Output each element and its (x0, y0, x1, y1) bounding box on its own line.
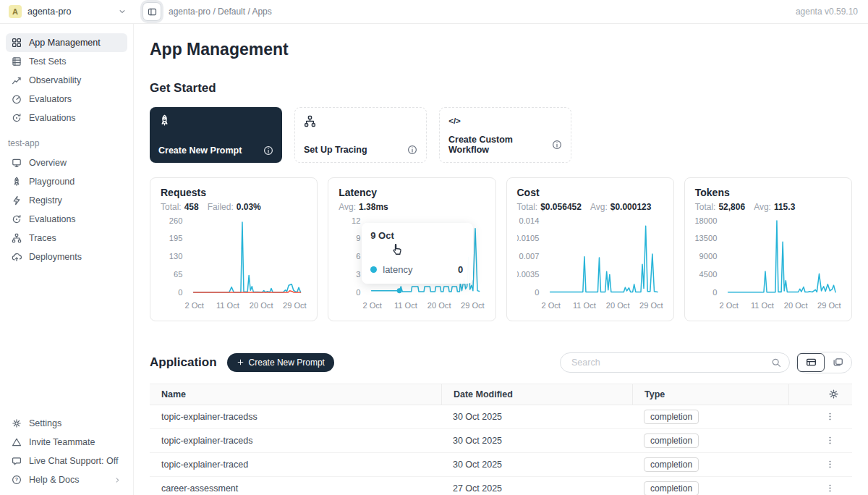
get-started-title: Get Started (150, 81, 852, 96)
row-menu-button[interactable] (788, 412, 852, 421)
sidebar-item-evaluations[interactable]: Evaluations (6, 210, 127, 229)
table-view-button[interactable] (797, 353, 825, 372)
sidebar-item-help-docs[interactable]: ?Help & Docs (6, 470, 127, 489)
card-view-button[interactable] (825, 353, 851, 372)
sidebar-item-observability[interactable]: Observability (6, 71, 127, 90)
sidebar-item-label: Deployments (29, 252, 82, 262)
sidebar-item-label: Overview (29, 158, 67, 168)
table-row[interactable]: topic-explainer-traceds30 Oct 2025comple… (150, 429, 852, 453)
workspace-avatar: A (9, 5, 22, 18)
table-row[interactable]: career-assessment27 Oct 2025completion (150, 477, 852, 495)
workspace-selector[interactable]: A agenta-pro (0, 5, 134, 18)
sidebar-item-traces[interactable]: Traces (6, 229, 127, 248)
chart-tokens[interactable]: 18000135009000450002 Oct11 Oct20 Oct29 O… (695, 215, 841, 318)
type-badge: completion (644, 481, 699, 495)
svg-text:260: 260 (169, 216, 183, 225)
cell-date-modified: 27 Oct 2025 (441, 483, 632, 494)
stats-row: RequestsTotal:458Failed:0.03%26019513065… (150, 177, 852, 321)
svg-text:2 Oct: 2 Oct (363, 301, 383, 310)
svg-text:20 Oct: 20 Oct (427, 301, 451, 310)
tooltip-value: 0 (458, 264, 464, 275)
stat-card-title: Requests (161, 187, 307, 198)
svg-text:9: 9 (356, 234, 360, 242)
sidebar-item-overview[interactable]: Overview (6, 153, 127, 172)
apps-table: NameDate ModifiedType topic-explainer-tr… (150, 384, 852, 495)
svg-text:0.0035: 0.0035 (517, 270, 539, 279)
refresh-icon (12, 113, 22, 123)
search-box[interactable] (560, 352, 790, 373)
svg-text:11 Oct: 11 Oct (216, 301, 239, 310)
create-new-prompt-button[interactable]: Create New Prompt (227, 353, 334, 372)
sidebar-section-label: test-app (8, 138, 127, 148)
sidebar-item-app-management[interactable]: App Management (6, 33, 127, 52)
sidebar-item-evaluators[interactable]: Evaluators (6, 90, 127, 109)
stat-card-stats: Avg:1.38ms (339, 202, 485, 212)
card-view-icon (833, 357, 843, 368)
stat-pair: Total:458 (161, 202, 199, 212)
sidebar-item-deployments[interactable]: Deployments (6, 248, 127, 266)
stat-pair: Failed:0.03% (208, 202, 261, 212)
cell-type: completion (632, 410, 788, 424)
stat-card-stats: Total:52,806Avg:115.3 (695, 202, 841, 212)
table-row[interactable]: topic-explainer-tracedss30 Oct 2025compl… (150, 405, 852, 429)
cell-type: completion (632, 481, 788, 495)
type-badge: completion (644, 457, 699, 472)
chart-icon (12, 75, 22, 85)
search-input[interactable] (570, 357, 771, 368)
gauge-icon (12, 94, 22, 104)
svg-text:0: 0 (712, 288, 717, 297)
sidebar-item-test-sets[interactable]: Test Sets (6, 52, 127, 71)
refresh-icon (12, 214, 22, 224)
sidebar-item-live-chat-support-off[interactable]: Live Chat Support: Off (6, 452, 127, 470)
get-started-card-create-new-prompt[interactable]: Create New Prompt (150, 107, 282, 163)
svg-text:0.007: 0.007 (519, 252, 539, 261)
cell-name: topic-explainer-traceds (150, 436, 441, 446)
workspace-name: agenta-pro (27, 7, 71, 17)
chart-requests[interactable]: 2601951306502 Oct11 Oct20 Oct29 Oct (161, 215, 307, 318)
top-header: A agenta-pro agenta-pro / Default / Apps… (0, 0, 868, 24)
sidebar-toggle-button[interactable] (142, 2, 161, 21)
tooltip-series-name: latency (383, 264, 412, 275)
cell-name: career-assessment (150, 483, 441, 494)
sidebar-item-playground[interactable]: Playground (6, 172, 127, 191)
stat-card-title: Tokens (695, 187, 841, 198)
svg-text:195: 195 (169, 234, 183, 242)
dots-vertical-icon (825, 460, 835, 469)
svg-text:20 Oct: 20 Oct (605, 301, 629, 310)
sidebar-item-invite-teammate[interactable]: Invite Teammate (6, 433, 127, 452)
sidebar-item-evaluations[interactable]: Evaluations (6, 109, 127, 127)
row-menu-button[interactable] (788, 483, 852, 493)
row-menu-button[interactable] (788, 436, 852, 445)
cell-date-modified: 30 Oct 2025 (441, 412, 632, 422)
row-menu-button[interactable] (788, 460, 852, 469)
svg-text:9000: 9000 (699, 252, 717, 261)
svg-text:4500: 4500 (699, 270, 717, 279)
svg-text:2 Oct: 2 Oct (719, 301, 739, 310)
bolt-icon (12, 195, 22, 206)
grid-icon (12, 38, 22, 48)
sidebar-item-label: Invite Teammate (29, 437, 95, 447)
table-body: topic-explainer-tracedss30 Oct 2025compl… (150, 405, 852, 495)
page-layout: App ManagementTest SetsObservabilityEval… (0, 24, 868, 495)
svg-text:29 Oct: 29 Oct (461, 301, 485, 310)
stat-pair: Avg:115.3 (754, 202, 795, 212)
tooltip-date: 9 Oct (370, 230, 464, 241)
table-settings-button[interactable] (788, 384, 852, 405)
stat-card-tokens: TokensTotal:52,806Avg:115.31800013500900… (684, 177, 852, 321)
get-started-card-create-custom-workflow[interactable]: </>Create Custom Workflow (439, 107, 571, 163)
info-icon (407, 145, 417, 155)
stat-card-stats: Total:458Failed:0.03% (161, 202, 307, 212)
monitor-icon (12, 158, 22, 168)
sidebar-item-settings[interactable]: Settings (6, 414, 127, 433)
stat-pair: Total:52,806 (695, 202, 745, 212)
sidebar-item-registry[interactable]: Registry (6, 191, 127, 210)
table-row[interactable]: topic-explainer-traced30 Oct 2025complet… (150, 453, 852, 477)
sidebar-item-label: Live Chat Support: Off (29, 456, 118, 466)
svg-text:65: 65 (174, 270, 182, 279)
svg-text:11 Oct: 11 Oct (394, 301, 417, 310)
code-icon: </> (448, 115, 461, 127)
svg-text:0: 0 (356, 288, 360, 297)
chart-cost[interactable]: 0.0140.01050.0070.003502 Oct11 Oct20 Oct… (517, 215, 663, 318)
svg-text:29 Oct: 29 Oct (639, 301, 663, 310)
get-started-card-set-up-tracing[interactable]: Set Up Tracing (294, 107, 427, 163)
